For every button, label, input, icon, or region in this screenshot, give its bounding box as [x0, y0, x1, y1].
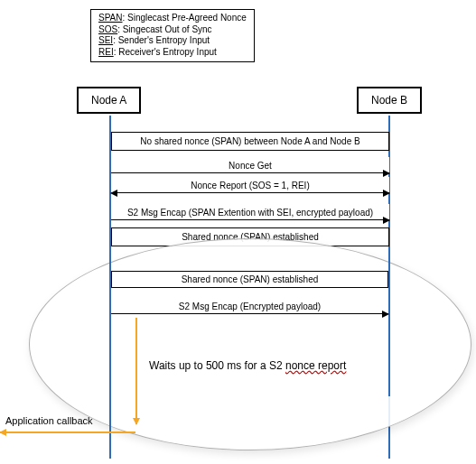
zoom-lifeline-b: [388, 247, 390, 396]
zoom-s2-encap-encrypted: S2 Msg Encap (Encrypted payload): [111, 300, 388, 314]
legend-span: SPAN: Singlecast Pre-Agreed Nonce: [98, 13, 247, 24]
msg-nonce-get: Nonce Get: [111, 157, 389, 173]
legend-sei: SEI: Sender's Entropy Input: [98, 35, 247, 47]
node-b: Node B: [357, 87, 422, 114]
callback-label: Application callback: [5, 415, 93, 426]
callback-arrow: [0, 432, 135, 433]
msg-no-shared-nonce: No shared nonce (SPAN) between Node A an…: [111, 132, 389, 151]
msg-s2-encap-span: S2 Msg Encap (SPAN Extention with SEI, e…: [111, 204, 389, 220]
wait-text: Waits up to 500 ms for a S2 nonce report: [149, 359, 384, 372]
legend-box: SPAN: Singlecast Pre-Agreed Nonce SOS: S…: [90, 9, 255, 62]
node-a: Node A: [77, 87, 141, 114]
legend-rei: REI: Receiver's Entropy Input: [98, 47, 247, 59]
zoom-shared-nonce: Shared nonce (SPAN) established: [111, 271, 388, 288]
msg-nonce-report: Nonce Report (SOS = 1, REI): [111, 177, 389, 193]
legend-sos: SOS: Singecast Out of Sync: [98, 24, 247, 36]
wait-duration-arrow: [135, 318, 137, 424]
